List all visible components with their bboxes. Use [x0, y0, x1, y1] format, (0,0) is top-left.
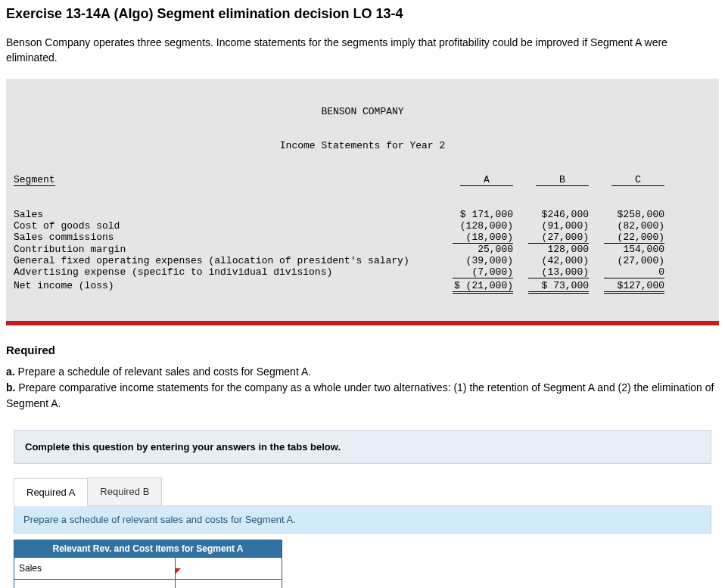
stmt-cell: (128,000) [437, 220, 513, 232]
stmt-cell: $ (21,000) [437, 280, 513, 294]
intro-text: Benson Company operates three segments. … [6, 36, 719, 65]
income-statement: BENSON COMPANY Income Statements for Yea… [6, 79, 719, 325]
tab-instruction: Prepare a schedule of relevant sales and… [14, 506, 711, 534]
stmt-cell: (39,000) [437, 255, 513, 266]
stmt-cell: 128,000 [513, 244, 589, 255]
req-b-label: b. [6, 381, 15, 394]
stmt-row: Advertising expense (specific to individ… [14, 266, 711, 278]
stmt-cell: (91,000) [513, 220, 589, 232]
stmt-row: Cost of goods sold(128,000)(91,000)(82,0… [14, 220, 711, 232]
req-a-text: Prepare a schedule of relevant sales and… [18, 366, 312, 378]
req-a-label: a. [6, 366, 15, 378]
required-heading: Required [6, 344, 719, 356]
stmt-cell: 0 [589, 266, 664, 278]
col-a: A [460, 174, 513, 186]
answer-table: Relevant Rev. and Cost items for Segment… [14, 540, 282, 588]
stmt-cell: (42,000) [513, 255, 589, 266]
answer-area: Relevant Rev. and Cost items for Segment… [14, 540, 711, 588]
stmt-subtitle: Income Statements for Year 2 [14, 140, 711, 151]
stmt-cell: (7,000) [437, 266, 513, 278]
answer-row: Sales [14, 558, 282, 580]
stmt-cell: (27,000) [589, 255, 664, 266]
stmt-cell: $258,000 [589, 209, 664, 220]
tabs: Required A Required B [14, 478, 711, 506]
stmt-cell: 25,000 [437, 244, 513, 255]
stmt-row: Sales commissions(18,000)(27,000)(22,000… [14, 232, 711, 244]
stmt-row: Sales$ 171,000$246,000$258,000 [14, 209, 711, 220]
tab-required-b[interactable]: Required B [87, 478, 162, 506]
col-c: C [611, 174, 664, 186]
col-segment: Segment [14, 174, 55, 186]
stmt-cell: $246,000 [513, 209, 589, 220]
stmt-cell: $127,000 [589, 280, 664, 294]
required-list: a. Prepare a schedule of relevant sales … [6, 364, 719, 412]
col-b: B [536, 174, 589, 186]
stmt-row-label: Sales commissions [14, 232, 437, 244]
answer-value-cell[interactable] [176, 558, 282, 580]
stmt-row-label: Contribution margin [14, 244, 437, 255]
stmt-cell: (18,000) [437, 232, 513, 244]
stmt-cell: 154,000 [589, 244, 664, 255]
stmt-cell: (13,000) [513, 266, 589, 278]
stmt-cell: (22,000) [589, 232, 664, 244]
req-b-text: Prepare comparative income statements fo… [6, 381, 714, 409]
stmt-cell: $ 73,000 [513, 280, 589, 294]
stmt-row-label: Sales [14, 209, 437, 220]
instruction-box: Complete this question by entering your … [14, 430, 711, 464]
answer-row [14, 580, 282, 588]
answer-label-cell[interactable] [14, 580, 176, 588]
stmt-row-label: Cost of goods sold [14, 220, 437, 232]
stmt-row: General fixed operating expenses (alloca… [14, 255, 711, 266]
stmt-row-label: General fixed operating expenses (alloca… [14, 255, 437, 266]
exercise-title: Exercise 13-14A (Algo) Segment eliminati… [6, 6, 719, 22]
stmt-row: Net income (loss)$ (21,000)$ 73,000$127,… [14, 280, 711, 294]
stmt-company: BENSON COMPANY [14, 106, 711, 117]
tab-required-a[interactable]: Required A [14, 478, 88, 506]
stmt-cell: (82,000) [589, 220, 664, 232]
answer-value-cell[interactable] [176, 580, 282, 588]
answer-label-cell[interactable]: Sales [14, 558, 176, 580]
answer-header: Relevant Rev. and Cost items for Segment… [14, 540, 282, 558]
stmt-cell: $ 171,000 [437, 209, 513, 220]
stmt-row: Contribution margin25,000128,000154,000 [14, 244, 711, 255]
progress-bar [6, 321, 719, 325]
stmt-cell: (27,000) [513, 232, 589, 244]
stmt-row-label: Net income (loss) [14, 280, 437, 294]
stmt-row-label: Advertising expense (specific to individ… [14, 266, 437, 278]
